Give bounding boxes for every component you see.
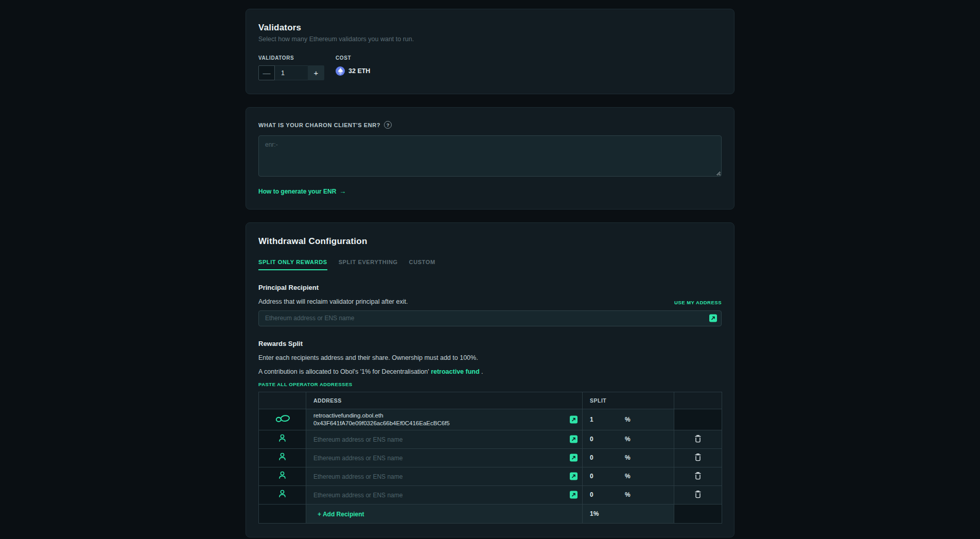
withdrawal-tabs: SPLIT ONLY REWARDS SPLIT EVERYTHING CUST… xyxy=(258,259,722,270)
generate-enr-link[interactable]: How to generate your ENR→ xyxy=(258,187,346,195)
add-recipient-button[interactable]: + Add Recipient xyxy=(318,511,364,518)
split-percentage-input[interactable] xyxy=(583,473,625,480)
generate-enr-link-label: How to generate your ENR xyxy=(258,188,336,195)
validators-title: Validators xyxy=(258,23,722,33)
person-icon xyxy=(278,435,286,444)
launchpad-page: Validators Select how many Ethereum vali… xyxy=(246,0,734,539)
percent-sign: % xyxy=(625,436,631,443)
withdrawal-title: Withdrawal Configuration xyxy=(258,236,722,247)
principal-recipient-title: Principal Recipient xyxy=(258,284,722,291)
add-recipient-cell: + Add Recipient xyxy=(306,504,583,523)
tab-custom[interactable]: CUSTOM xyxy=(409,259,435,270)
use-my-address-button[interactable]: USE MY ADDRESS xyxy=(674,300,722,305)
principal-address-input[interactable] xyxy=(258,310,722,326)
percent-sign: % xyxy=(625,416,631,423)
recipient-row: retroactivefunding.obol.eth 0x43F641fA70… xyxy=(259,409,722,430)
withdrawal-card: Withdrawal Configuration SPLIT ONLY REWA… xyxy=(246,222,734,537)
address-explorer-icon[interactable] xyxy=(570,454,577,462)
split-percentage-input[interactable] xyxy=(583,491,625,498)
table-header-row: ADDRESS SPLIT xyxy=(259,392,722,409)
split-percentage-input[interactable] xyxy=(583,454,625,461)
help-icon[interactable]: ? xyxy=(384,121,392,129)
recipient-row: Ethereum address or ENS name % xyxy=(259,485,722,504)
paste-all-operator-addresses-button[interactable]: PASTE ALL OPERATOR ADDRESSES xyxy=(258,381,722,387)
percent-sign: % xyxy=(625,491,631,498)
person-icon xyxy=(278,472,286,481)
percent-sign: % xyxy=(625,473,631,480)
obol-logo-icon xyxy=(275,416,290,425)
split-total: 1% xyxy=(583,504,674,523)
validators-count-label: VALIDATORS xyxy=(258,55,336,61)
principal-recipient-description: Address that will reclaim validator prin… xyxy=(258,298,408,305)
actions-column-header xyxy=(674,392,722,409)
enr-input[interactable] xyxy=(258,135,722,177)
add-row-actions-cell xyxy=(674,504,722,523)
cost-value: 32 ETH xyxy=(348,67,370,75)
address-column-header: ADDRESS xyxy=(306,392,583,409)
address-explorer-icon[interactable] xyxy=(709,315,717,322)
decrement-button[interactable]: — xyxy=(258,65,275,80)
increment-button[interactable]: + xyxy=(308,65,324,80)
recipient-address-input[interactable]: Ethereum address or ENS name xyxy=(313,473,402,480)
address-explorer-icon[interactable] xyxy=(570,491,577,499)
recipient-address-input[interactable]: Ethereum address or ENS name xyxy=(313,436,402,443)
recipient-address-input[interactable]: Ethereum address or ENS name xyxy=(313,455,402,462)
recipient-row: Ethereum address or ENS name % xyxy=(259,448,722,467)
address-explorer-icon[interactable] xyxy=(570,473,577,480)
rewards-split-title: Rewards Split xyxy=(258,340,722,347)
contribution-prefix: A contribution is allocated to Obol's '1… xyxy=(258,368,429,375)
add-row-icon-cell xyxy=(259,504,306,523)
icon-column-header xyxy=(259,392,306,409)
person-icon xyxy=(278,454,286,462)
add-recipient-row: + Add Recipient 1% xyxy=(259,504,722,523)
validators-card: Validators Select how many Ethereum vali… xyxy=(246,9,734,94)
enr-card: WHAT IS YOUR CHARON CLIENT'S ENR? ? How … xyxy=(246,107,734,210)
split-percentage-input[interactable] xyxy=(583,416,625,423)
rewards-split-description: Enter each recipients address and their … xyxy=(258,354,478,361)
rewards-split-table: ADDRESS SPLIT retr xyxy=(258,392,722,524)
contribution-note: A contribution is allocated to Obol's '1… xyxy=(258,368,722,375)
tab-split-everything[interactable]: SPLIT EVERYTHING xyxy=(339,259,398,270)
ethereum-icon xyxy=(336,66,345,76)
validators-subtitle: Select how many Ethereum validators you … xyxy=(258,36,722,43)
enr-question-label: WHAT IS YOUR CHARON CLIENT'S ENR? xyxy=(258,122,380,128)
delete-recipient-button[interactable] xyxy=(693,433,703,444)
split-percentage-input[interactable] xyxy=(583,436,625,443)
split-column-header: SPLIT xyxy=(583,392,674,409)
recipient-address-input[interactable]: Ethereum address or ENS name xyxy=(313,492,402,499)
contribution-suffix: . xyxy=(481,368,483,375)
validator-count-input[interactable] xyxy=(275,65,308,80)
retroactive-fund-link[interactable]: retroactive fund xyxy=(431,368,479,375)
recipient-row: Ethereum address or ENS name % xyxy=(259,467,722,485)
tab-split-only-rewards[interactable]: SPLIT ONLY REWARDS xyxy=(258,259,327,270)
arrow-right-icon: → xyxy=(339,187,346,195)
address-explorer-icon[interactable] xyxy=(570,415,577,423)
address-explorer-icon[interactable] xyxy=(570,436,577,443)
cost-label: COST xyxy=(336,55,370,61)
recipient-ens-name: retroactivefunding.obol.eth xyxy=(313,412,564,420)
recipient-address: 0x43F641fA70e09f0326ac66b4Ef0C416EaEcBC6… xyxy=(313,420,564,427)
validator-count-stepper: — + xyxy=(258,65,324,80)
person-icon xyxy=(278,491,286,499)
delete-recipient-button[interactable] xyxy=(693,452,703,462)
recipient-row: Ethereum address or ENS name % xyxy=(259,430,722,448)
percent-sign: % xyxy=(625,454,631,461)
delete-recipient-button[interactable] xyxy=(693,489,703,499)
delete-recipient-button[interactable] xyxy=(693,471,703,481)
